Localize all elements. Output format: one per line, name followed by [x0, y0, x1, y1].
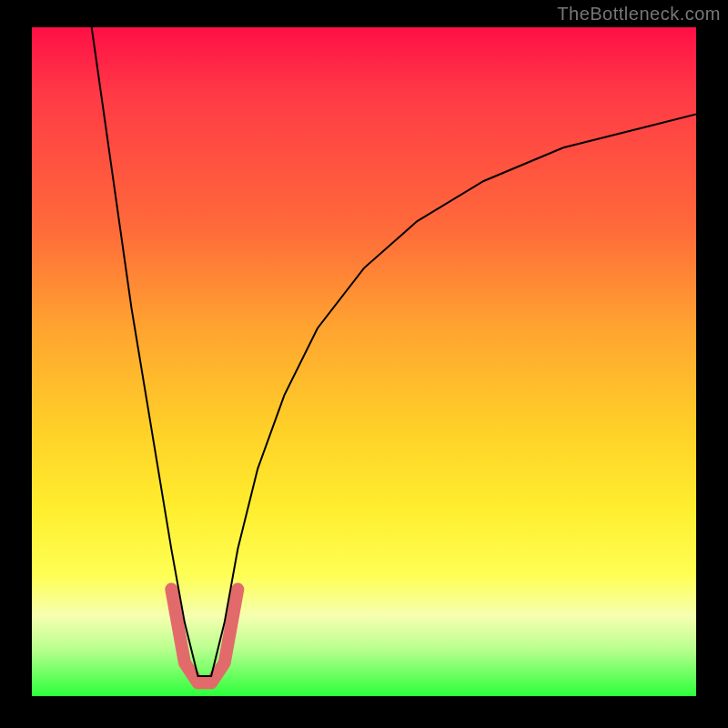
watermark-text: TheBottleneck.com [557, 4, 721, 25]
curve-svg [32, 27, 696, 696]
bottleneck-curve-path [92, 27, 696, 676]
plot-area [32, 27, 696, 696]
chart-frame: TheBottleneck.com [0, 0, 728, 728]
